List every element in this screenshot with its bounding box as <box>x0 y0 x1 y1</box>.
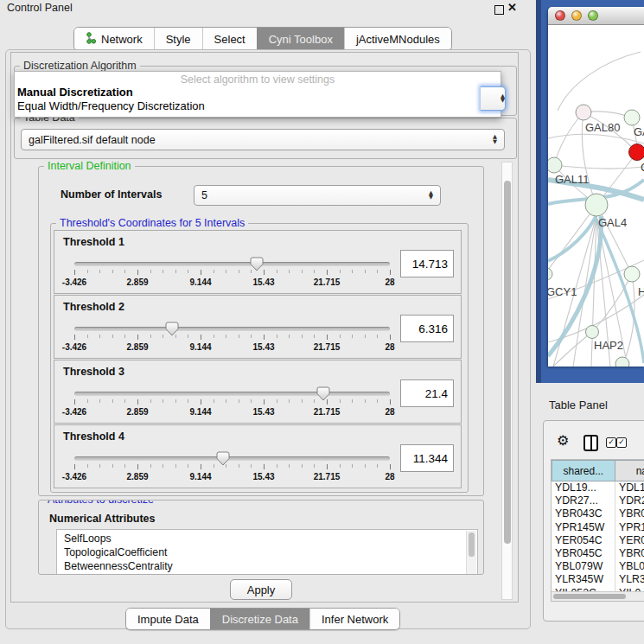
minor-tick <box>340 399 341 403</box>
tick-label: 21.715 <box>314 342 341 352</box>
network-node-gcy1[interactable] <box>548 268 552 280</box>
network-node-label: HAP2 <box>594 339 623 352</box>
tab-select[interactable]: Select <box>202 28 257 50</box>
slider-thumb[interactable] <box>250 257 264 271</box>
network-graph[interactable]: GAL80GACGAL11GAL4GCY1HHAP2 <box>548 25 644 367</box>
traffic-light-close-icon[interactable] <box>555 10 565 21</box>
table-row[interactable]: YER054CYER0 <box>552 534 644 547</box>
checkbox-checked-icon[interactable]: ✓ <box>616 437 627 448</box>
table-hscrollbar-thumb[interactable] <box>553 594 626 599</box>
table-row[interactable]: YPR145WYPR1 <box>552 521 644 534</box>
attribute-item-topologicalcoefficient[interactable]: TopologicalCoefficient <box>64 545 477 559</box>
traffic-light-minimize-icon[interactable] <box>571 10 582 21</box>
tab-impute-data[interactable]: Impute Data <box>126 609 210 629</box>
tab-infer-network[interactable]: Infer Network <box>309 609 399 629</box>
slider-track[interactable] <box>74 262 390 266</box>
network-node-c[interactable] <box>629 144 644 161</box>
threshold-value-input[interactable] <box>400 379 454 407</box>
minor-tick <box>188 464 188 468</box>
column-header-name[interactable]: na <box>615 460 644 481</box>
table-row[interactable]: YBR043CYBR0 <box>552 507 644 520</box>
network-node-ga[interactable] <box>624 110 640 125</box>
attribute-item-betweennesscentrality[interactable]: BetweennessCentrality <box>64 559 477 573</box>
table-row[interactable]: YDR27...YDR2 <box>552 494 644 507</box>
slider-thumb[interactable] <box>165 322 179 336</box>
tab-cyni-toolbox[interactable]: Cyni Toolbox <box>257 28 344 50</box>
slider-track[interactable] <box>74 392 390 396</box>
cell-name[interactable]: YDL1 <box>615 481 644 494</box>
cell-name[interactable]: YBR0 <box>615 547 644 560</box>
checkbox-checked-icon[interactable]: ✓ <box>606 437 616 448</box>
algorithm-option-equal-width-frequency-discretization[interactable]: Equal Width/Frequency Discretization <box>15 99 501 113</box>
cell-shared-name[interactable]: YPR145W <box>552 521 615 534</box>
threshold-value-input[interactable] <box>400 250 454 277</box>
table-row[interactable]: YBR045CYBR0 <box>552 547 644 560</box>
threshold-slider[interactable]: -3.4262.8599.14415.4321.71528 <box>67 257 398 291</box>
cell-name[interactable]: YPR1 <box>615 521 644 534</box>
table-row[interactable]: YBL079WYBL0 <box>552 560 644 573</box>
cell-shared-name[interactable]: YLR345W <box>552 573 615 586</box>
column-header-shared-name[interactable]: shared... <box>552 460 615 481</box>
minor-tick <box>365 335 366 338</box>
slider-track[interactable] <box>74 456 390 461</box>
major-tick <box>201 399 201 405</box>
slider-track[interactable] <box>74 327 390 331</box>
algorithm-option-manual-discretization[interactable]: Manual Discretization <box>15 86 501 99</box>
network-node-gal11[interactable] <box>548 157 562 173</box>
cell-name[interactable]: YDR2 <box>615 494 644 507</box>
float-window-icon[interactable] <box>494 5 504 15</box>
cell-name[interactable]: YBR0 <box>615 507 644 520</box>
traffic-light-zoom-icon[interactable] <box>588 10 598 21</box>
threshold-slider[interactable]: -3.4262.8599.14415.4321.71528 <box>67 322 398 356</box>
cell-shared-name[interactable]: YBR045C <box>552 547 615 560</box>
threshold-slider[interactable]: -3.4262.8599.14415.4321.71528 <box>67 451 398 486</box>
tab-network-label: Network <box>101 33 143 46</box>
attributes-scrollbar-thumb[interactable] <box>469 532 475 557</box>
close-icon[interactable]: ✕ <box>507 1 517 14</box>
network-canvas[interactable]: GAL80GACGAL11GAL4GCY1HHAP2 <box>548 25 644 367</box>
threshold-value-input[interactable] <box>400 444 454 472</box>
network-node-h[interactable] <box>624 266 640 282</box>
algorithm-placeholder: Select algorithm to view settings <box>15 73 501 86</box>
apply-button[interactable]: Apply <box>230 579 292 600</box>
node-attribute-table: shared... na YDL19...YDL1YDR27...YDR2YBR… <box>551 459 644 602</box>
numerical-attributes-label: Numerical Attributes <box>49 513 155 525</box>
tab-network[interactable]: Network <box>74 28 154 50</box>
threshold-slider[interactable]: -3.4262.8599.14415.4321.71528 <box>67 386 398 421</box>
slider-thumb[interactable] <box>316 386 330 401</box>
slider-thumb[interactable] <box>216 451 230 466</box>
network-node-gal80[interactable] <box>576 105 591 120</box>
cell-name[interactable]: YBL0 <box>615 560 644 573</box>
main-scrollbar[interactable] <box>501 162 513 600</box>
attribute-item-selfloops[interactable]: SelfLoops <box>64 532 477 545</box>
table-row[interactable]: YLR345WYLR3 <box>552 573 644 586</box>
table-hscrollbar[interactable] <box>552 591 644 601</box>
cell-name[interactable]: YER0 <box>615 534 644 547</box>
table-data-combo[interactable]: galFiltered.sif default node ▲▼ <box>21 129 505 150</box>
major-tick <box>201 464 201 469</box>
network-node-hap2[interactable] <box>586 326 599 339</box>
table-panel-title: Table Panel <box>549 399 608 411</box>
gear-icon[interactable]: ⚙ <box>557 434 569 448</box>
network-node-gal4[interactable] <box>585 194 608 216</box>
cell-shared-name[interactable]: YER054C <box>552 534 615 547</box>
threshold-value-input[interactable] <box>400 315 454 342</box>
tick-label: 28 <box>385 472 394 481</box>
main-scrollbar-thumb[interactable] <box>504 181 511 544</box>
number-of-intervals-combo[interactable]: 5 ▲▼ <box>194 185 441 206</box>
cell-name[interactable]: YLR3 <box>615 573 644 586</box>
tab-jactivemnodules[interactable]: jActiveMNodules <box>344 28 451 50</box>
cell-shared-name[interactable]: YBR043C <box>552 507 615 520</box>
split-columns-icon[interactable] <box>583 435 598 451</box>
tab-discretize-data[interactable]: Discretize Data <box>210 609 309 629</box>
tab-style[interactable]: Style <box>154 28 202 50</box>
table-row[interactable]: YDL19...YDL1 <box>552 481 644 494</box>
algorithm-combo[interactable]: ▲▼ <box>481 86 506 111</box>
tick-label: 9.144 <box>189 342 211 352</box>
network-node[interactable] <box>615 357 629 367</box>
cell-shared-name[interactable]: YBL079W <box>552 560 615 573</box>
attributes-scrollbar[interactable] <box>466 531 476 575</box>
network-window-titlebar[interactable] <box>548 7 644 25</box>
cell-shared-name[interactable]: YDL19... <box>552 481 615 494</box>
cell-shared-name[interactable]: YDR27... <box>552 494 615 507</box>
